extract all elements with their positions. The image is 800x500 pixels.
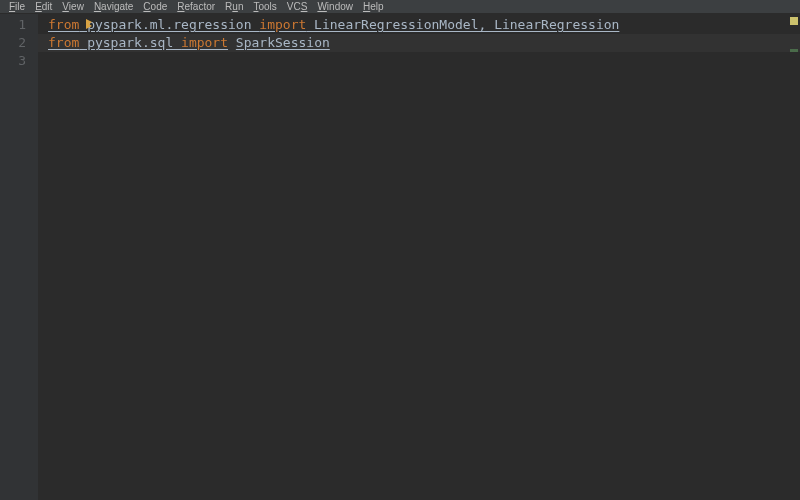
menu-file[interactable]: File (4, 0, 30, 14)
line-number[interactable]: 2 (0, 34, 38, 52)
line-number[interactable]: 1 (0, 16, 38, 34)
code-line[interactable]: from pyspark.ml.regression import Linear… (38, 16, 800, 34)
menu-code[interactable]: Code (138, 0, 172, 14)
menu-tools[interactable]: Tools (248, 0, 281, 14)
menu-view[interactable]: View (57, 0, 89, 14)
menu-help[interactable]: Help (358, 0, 389, 14)
inspection-stripe-icon[interactable] (790, 49, 798, 52)
gutter: 1 2 3 (0, 14, 38, 500)
menu-vcs[interactable]: VCS (282, 0, 313, 14)
menu-run[interactable]: Run (220, 0, 248, 14)
inspection-warning-icon[interactable] (790, 17, 798, 25)
editor-area: 1 2 3 from pyspark.ml.regression import … (0, 14, 800, 500)
menu-edit[interactable]: Edit (30, 0, 57, 14)
menu-window[interactable]: Window (312, 0, 358, 14)
menubar: File Edit View Navigate Code Refactor Ru… (0, 0, 800, 14)
line-number[interactable]: 3 (0, 52, 38, 70)
code-line[interactable] (38, 52, 800, 70)
code-line[interactable]: from pyspark.sql import SparkSession (38, 34, 800, 52)
menu-refactor[interactable]: Refactor (172, 0, 220, 14)
menu-navigate[interactable]: Navigate (89, 0, 138, 14)
code-editor[interactable]: from pyspark.ml.regression import Linear… (38, 14, 800, 500)
